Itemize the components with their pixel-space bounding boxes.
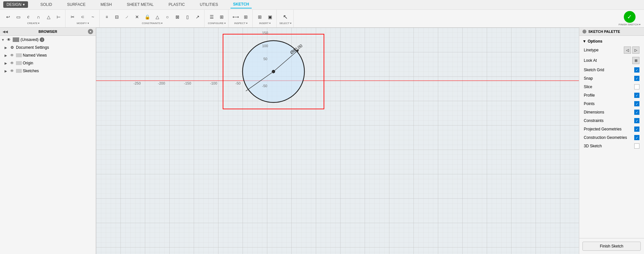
origin-arrow: ▶ — [5, 61, 9, 65]
sketches-label: Sketches — [23, 69, 39, 73]
finish-sketch-group[interactable]: ✓ FINISH SKETCH ▾ — [617, 10, 642, 27]
named-views-visibility[interactable]: 👁 — [9, 52, 15, 58]
palette-row-construction[interactable]: Construction Geometries ✓ — [579, 133, 644, 142]
insert-label[interactable]: INSERT ▾ — [259, 22, 271, 25]
inspect-group: ⟷ ⊞ INSPECT ▾ — [229, 10, 253, 27]
sym-tool[interactable]: ⊠ — [173, 12, 182, 21]
coincident-tool[interactable]: ≡ — [102, 12, 111, 21]
equal-tool[interactable]: △ — [153, 12, 162, 21]
points-label: Points — [584, 101, 595, 106]
canvas-area[interactable]: Ø80.00 -250 -200 -150 -100 -50 150 100 5… — [96, 28, 579, 254]
construction-checkbox[interactable]: ✓ — [634, 135, 639, 140]
tree-named-views[interactable]: ▶ 👁 Named Views — [0, 51, 96, 59]
palette-row-projected[interactable]: Projected Geometries ✓ — [579, 125, 644, 133]
inspect-label[interactable]: INSPECT ▾ — [234, 22, 247, 25]
profile-checkbox[interactable]: ✓ — [634, 93, 639, 98]
insert-tool[interactable]: ⊞ — [255, 12, 264, 21]
palette-row-slice[interactable]: Slice — [579, 83, 644, 91]
tab-plastic[interactable]: PLASTIC — [166, 1, 188, 8]
collinear-tool[interactable]: ⊟ — [112, 12, 121, 21]
svg-text:50: 50 — [263, 57, 267, 61]
parallel-tool[interactable]: ⟋ — [122, 12, 132, 21]
dimensions-checkbox[interactable]: ✓ — [634, 110, 639, 115]
inspect-grid-tool[interactable]: ⊞ — [241, 12, 250, 21]
tab-surface[interactable]: SURFACE — [64, 1, 88, 8]
arc-tool[interactable]: ∩ — [34, 12, 43, 21]
snap-checkbox[interactable]: ✓ — [634, 76, 639, 81]
points-checkbox[interactable]: ✓ — [634, 101, 639, 106]
tree-sketches[interactable]: ▶ 👁 Sketches — [0, 67, 96, 75]
palette-row-3d-sketch[interactable]: 3D Sketch — [579, 142, 644, 150]
tree-doc-settings[interactable]: ▶ ⚙ Document Settings — [0, 44, 96, 51]
palette-row-constraints[interactable]: Constraints ✓ — [579, 116, 644, 125]
modify-icons: ✂ ⊂ ~ — [68, 12, 97, 21]
finish-sketch-button[interactable]: Finish Sketch — [582, 242, 641, 251]
configure-label[interactable]: CONFIGURE ▾ — [208, 22, 226, 25]
trim-tool[interactable]: ✂ — [68, 12, 77, 21]
sketch-grid-label: Sketch Grid — [584, 68, 604, 72]
constraints-checkbox[interactable]: ✓ — [634, 118, 639, 123]
lock-tool[interactable]: 🔒 — [143, 12, 152, 21]
3d-sketch-checkbox[interactable] — [634, 143, 639, 149]
origin-visibility[interactable]: 👁 — [9, 60, 15, 66]
palette-row-points[interactable]: Points ✓ — [579, 100, 644, 108]
rect-tool[interactable]: ▭ — [14, 12, 23, 21]
tab-solid[interactable]: SOLID — [38, 1, 55, 8]
tab-sheet-metal[interactable]: SHEET METAL — [124, 1, 156, 8]
fix-tool[interactable]: ↗ — [193, 12, 202, 21]
options-header[interactable]: ▼ Options — [579, 38, 644, 45]
select-group: ↖ SELECT ▾ — [277, 10, 294, 27]
tangent-tool[interactable]: ○ — [163, 12, 172, 21]
options-label: Options — [588, 39, 602, 44]
circle-tool[interactable]: c — [24, 12, 33, 21]
finish-sketch-label[interactable]: FINISH SKETCH ▾ — [619, 23, 640, 26]
sketch-grid-checkbox[interactable]: ✓ — [634, 67, 639, 73]
canvas-svg: Ø80.00 -250 -200 -150 -100 -50 150 100 5… — [96, 28, 579, 254]
toolbar: DESIGN ▾ SOLID SURFACE MESH SHEET METAL … — [0, 0, 644, 28]
construction-label: Construction Geometries — [584, 135, 627, 140]
offset-tool[interactable]: ⊂ — [78, 12, 87, 21]
constraints-label[interactable]: CONSTRAINTS ▾ — [142, 22, 162, 25]
line-tool[interactable]: ↩ — [4, 12, 13, 21]
tab-mesh[interactable]: MESH — [98, 1, 115, 8]
slot-tool[interactable]: ⊢ — [54, 12, 63, 21]
browser-close[interactable]: ● — [88, 29, 93, 34]
tree-origin[interactable]: ▶ 👁 Origin — [0, 59, 96, 67]
projected-label: Projected Geometries — [584, 127, 622, 131]
linetype-right-btn[interactable]: ▷ — [632, 47, 639, 54]
root-info-icon[interactable]: i — [40, 37, 44, 42]
root-visibility-icon[interactable]: 👁 — [6, 37, 12, 43]
linetype-left-btn[interactable]: ◁ — [624, 47, 631, 54]
palette-row-profile[interactable]: Profile ✓ — [579, 91, 644, 100]
tab-sketch[interactable]: SKETCH — [231, 1, 252, 8]
svg-text:-150: -150 — [184, 81, 191, 85]
tab-utilities[interactable]: UTILITIES — [197, 1, 221, 8]
palette-row-sketch-grid[interactable]: Sketch Grid ✓ — [579, 66, 644, 74]
svg-rect-1 — [96, 28, 579, 254]
settings-tool[interactable]: ☰ — [207, 12, 216, 21]
look-at-btn[interactable]: ⊞ — [632, 57, 639, 64]
design-button[interactable]: DESIGN ▾ — [3, 1, 28, 8]
create-label[interactable]: CREATE ▾ — [27, 22, 40, 25]
select-tool[interactable]: ↖ — [281, 12, 290, 21]
sketches-visibility[interactable]: 👁 — [9, 68, 15, 74]
browser-back[interactable]: ◀◀ — [3, 30, 8, 33]
image-tool[interactable]: ▣ — [265, 12, 274, 21]
midpoint-tool[interactable]: ▯ — [183, 12, 192, 21]
tri-tool[interactable]: △ — [44, 12, 53, 21]
slice-checkbox[interactable] — [634, 84, 639, 89]
measure-tool[interactable]: ⟷ — [231, 12, 240, 21]
origin-label: Origin — [23, 61, 33, 65]
tree-root[interactable]: ▼ 👁 (Unsaved) i — [0, 36, 96, 44]
modify-label[interactable]: MODIFY ▾ — [77, 22, 89, 25]
palette-row-snap[interactable]: Snap ✓ — [579, 74, 644, 83]
perp-tool[interactable]: ✕ — [133, 12, 142, 21]
select-label[interactable]: SELECT ▾ — [279, 22, 291, 25]
sketches-folder-icon — [16, 69, 22, 73]
spline-tool[interactable]: ~ — [88, 12, 97, 21]
palette-row-dimensions[interactable]: Dimensions ✓ — [579, 108, 644, 116]
grid-tool[interactable]: ⊞ — [217, 12, 226, 21]
insert-group: ⊞ ▣ INSERT ▾ — [253, 10, 277, 27]
svg-text:-200: -200 — [158, 81, 165, 85]
projected-checkbox[interactable]: ✓ — [634, 127, 639, 132]
